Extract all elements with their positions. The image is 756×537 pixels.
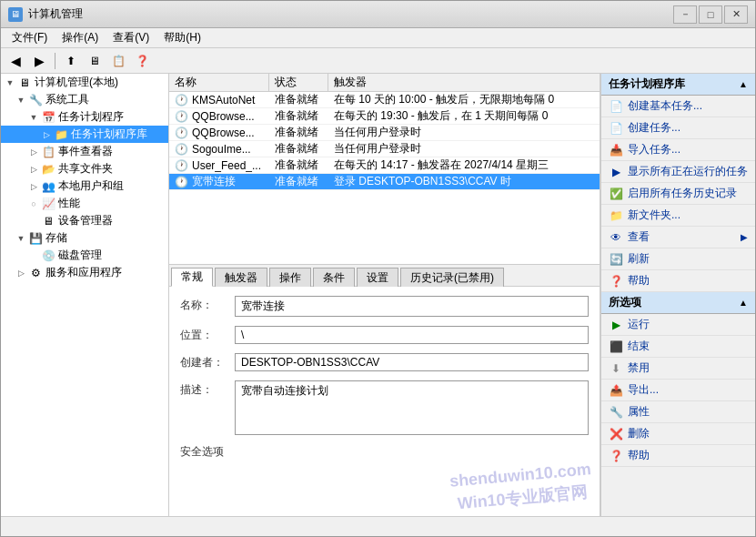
task-list-area: 名称 状态 触发器 🕐 KMSAutoNet 准备就绪 在每 10 天的 10:…: [169, 74, 600, 265]
row2-name: QQBrowse...: [192, 110, 255, 123]
action-enable-history[interactable]: ✅ 启用所有任务历史记录: [601, 183, 755, 205]
tab-triggers[interactable]: 触发器: [215, 268, 267, 287]
action-refresh[interactable]: 🔄 刷新: [601, 248, 755, 270]
action-show-running[interactable]: ▶ 显示所有正在运行的任务: [601, 161, 755, 183]
row2-trigger: 在每天的 19:30 - 触发后，在 1 天期间每隔 0: [328, 108, 600, 124]
task-scheduler-icon: 📅: [41, 110, 55, 125]
device-manager-label: 设备管理器: [58, 213, 113, 228]
action-help1[interactable]: ❓ 帮助: [601, 270, 755, 292]
task-lib-label: 任务计划程序库: [71, 127, 147, 142]
sys-tools-expand-icon: ▼: [14, 93, 28, 107]
tree-event-viewer[interactable]: ▷ 📋 事件查看器: [1, 143, 168, 160]
forward-button[interactable]: ▶: [28, 51, 50, 71]
menu-view[interactable]: 查看(V): [106, 28, 156, 47]
desc-label: 描述：: [180, 380, 235, 398]
table-row[interactable]: 🕐 QQBrowse... 准备就绪 当任何用户登录时: [169, 125, 600, 141]
tree-storage[interactable]: ▼ 💾 存储: [1, 229, 168, 247]
section1-arrow-icon: ▲: [739, 79, 748, 89]
action-view[interactable]: 👁 查看 ▶: [601, 227, 755, 248]
storage-expand-icon: ▼: [14, 231, 28, 246]
delete-icon: ❌: [609, 427, 623, 441]
row3-trigger: 当任何用户登录时: [328, 125, 600, 140]
action-disable[interactable]: ⬇ 禁用: [601, 358, 755, 380]
close-button[interactable]: ✕: [724, 5, 748, 24]
action-enable-history-label: 启用所有任务历史记录: [628, 186, 737, 201]
row6-trigger: 登录 DESKTOP-OBN1SS3\CCAV 时: [328, 174, 600, 189]
action-disable-label: 禁用: [628, 360, 650, 376]
action-run[interactable]: ▶ 运行: [601, 314, 755, 336]
tree-task-lib[interactable]: ▷ 📁 任务计划程序库: [1, 126, 168, 143]
row4-trigger: 当任何用户登录时: [328, 141, 600, 157]
table-row[interactable]: 🕐 宽带连接 准备就绪 登录 DESKTOP-OBN1SS3\CCAV 时: [169, 174, 600, 190]
tree-sys-tools[interactable]: ▼ 🔧 系统工具: [1, 91, 168, 108]
action-create-task[interactable]: 📄 创建任务...: [601, 117, 755, 139]
actions-section1-header[interactable]: 任务计划程序库 ▲: [601, 74, 755, 96]
tree-root[interactable]: ▼ 🖥 计算机管理(本地): [1, 74, 168, 91]
action-export[interactable]: 📤 导出...: [601, 380, 755, 401]
tree-local-users[interactable]: ▷ 👥 本地用户和组: [1, 177, 168, 195]
action-properties[interactable]: 🔧 属性: [601, 401, 755, 423]
row3-name: QQBrowse...: [192, 127, 255, 139]
menu-file[interactable]: 文件(F): [5, 28, 55, 47]
properties-button[interactable]: 📋: [107, 51, 129, 71]
section2-arrow-icon: ▲: [739, 298, 748, 308]
minimize-button[interactable]: －: [673, 5, 697, 24]
location-label: 位置：: [180, 326, 235, 343]
row2-status: 准备就绪: [269, 108, 328, 124]
tree-task-scheduler[interactable]: ▼ 📅 任务计划程序: [1, 108, 168, 126]
action-run-label: 运行: [628, 317, 650, 332]
menu-help[interactable]: 帮助(H): [156, 28, 208, 47]
tree-performance[interactable]: ○ 📈 性能: [1, 195, 168, 212]
action-import[interactable]: 📥 导入任务...: [601, 139, 755, 161]
field-location: 位置： \: [180, 326, 589, 344]
performance-expand-icon: ○: [26, 197, 41, 211]
name-value[interactable]: 宽带连接: [235, 296, 589, 317]
author-value[interactable]: DESKTOP-OBN1SS3\CCAV: [235, 353, 589, 371]
tree-shared-folders[interactable]: ▷ 📂 共享文件夹: [1, 160, 168, 177]
root-label: 计算机管理(本地): [35, 75, 118, 90]
computer-button[interactable]: 🖥: [84, 51, 106, 71]
field-name: 名称： 宽带连接: [180, 296, 589, 317]
location-value[interactable]: \: [235, 326, 589, 344]
window-title: 计算机管理: [28, 6, 673, 22]
import-icon: 📥: [609, 143, 623, 157]
desc-value[interactable]: 宽带自动连接计划: [235, 380, 589, 435]
col-header-trigger[interactable]: 触发器: [328, 74, 600, 91]
col-header-status[interactable]: 状态: [269, 74, 328, 91]
root-expand-icon: ▼: [3, 76, 17, 90]
action-create-basic-label: 创建基本任务...: [628, 98, 702, 114]
action-show-running-label: 显示所有正在运行的任务: [628, 164, 748, 179]
menu-action[interactable]: 操作(A): [55, 28, 106, 47]
actions-section2-header[interactable]: 所选项 ▲: [601, 292, 755, 314]
tree-disk-mgmt[interactable]: 💿 磁盘管理: [1, 247, 168, 264]
table-row[interactable]: 🕐 KMSAutoNet 准备就绪 在每 10 天的 10:00 - 触发后，无…: [169, 92, 600, 108]
tree-device-manager[interactable]: 🖥 设备管理器: [1, 212, 168, 229]
tab-settings[interactable]: 设置: [357, 268, 398, 287]
back-button[interactable]: ◀: [5, 51, 26, 71]
action-end[interactable]: ⬛ 结束: [601, 336, 755, 358]
action-new-folder[interactable]: 📁 新文件夹...: [601, 205, 755, 227]
table-row[interactable]: 🕐 SogouIme... 准备就绪 当任何用户登录时: [169, 141, 600, 157]
help-toolbar-button[interactable]: ❓: [131, 51, 153, 71]
col-header-name[interactable]: 名称: [169, 74, 269, 91]
tree-services[interactable]: ▷ ⚙ 服务和应用程序: [1, 264, 168, 281]
center-panel: 名称 状态 触发器 🕐 KMSAutoNet 准备就绪 在每 10 天的 10:…: [169, 74, 600, 516]
tab-history[interactable]: 历史记录(已禁用): [400, 268, 504, 287]
name-label: 名称：: [180, 296, 235, 313]
performance-label: 性能: [58, 196, 80, 211]
table-row[interactable]: 🕐 User_Feed_... 准备就绪 在每天的 14:17 - 触发器在 2…: [169, 157, 600, 174]
tab-actions[interactable]: 操作: [269, 268, 311, 287]
action-create-basic[interactable]: 📄 创建基本任务...: [601, 96, 755, 117]
tab-conditions[interactable]: 条件: [313, 268, 355, 287]
show-running-icon: ▶: [609, 165, 623, 179]
help1-icon: ❓: [609, 274, 623, 289]
tab-general[interactable]: 常规: [171, 268, 213, 287]
action-delete[interactable]: ❌ 删除: [601, 423, 755, 445]
up-button[interactable]: ⬆: [60, 51, 82, 71]
action-help2-label: 帮助: [628, 448, 650, 463]
action-delete-label: 删除: [628, 426, 650, 441]
action-help2[interactable]: ❓ 帮助: [601, 445, 755, 467]
maximize-button[interactable]: □: [699, 5, 722, 24]
table-row[interactable]: 🕐 QQBrowse... 准备就绪 在每天的 19:30 - 触发后，在 1 …: [169, 108, 600, 125]
event-viewer-expand-icon: ▷: [26, 145, 41, 159]
